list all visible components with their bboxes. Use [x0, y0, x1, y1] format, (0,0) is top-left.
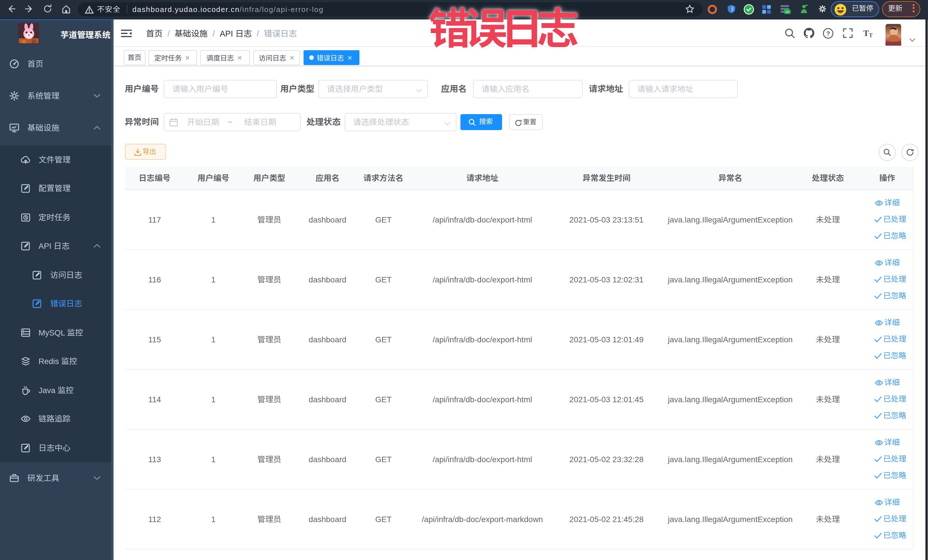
svg-text:T: T	[863, 28, 868, 38]
svg-text:on: on	[785, 10, 789, 14]
svg-text:T: T	[868, 32, 872, 38]
svg-text:?: ?	[826, 30, 830, 37]
